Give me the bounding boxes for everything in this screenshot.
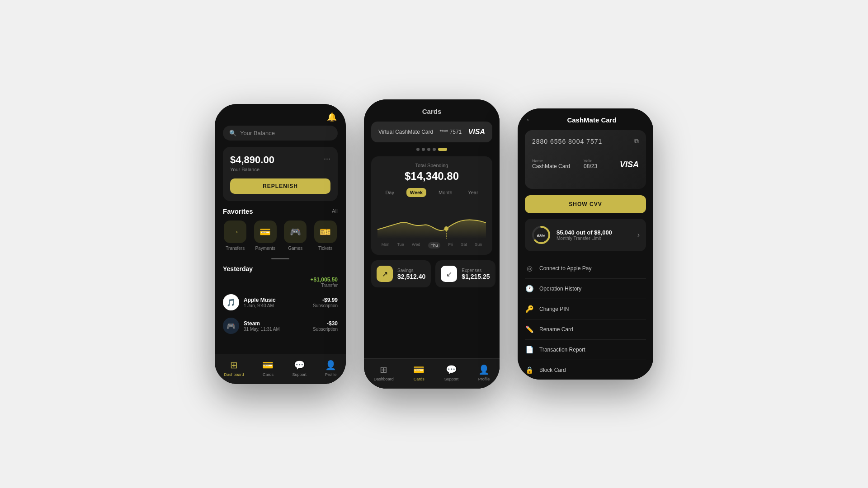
rename-icon: ✏️ — [525, 325, 534, 333]
label-sun: Sun — [475, 242, 482, 249]
card-number-row: 2880 6556 8004 7571 ⧉ — [532, 137, 639, 145]
menu-change-pin[interactable]: 🔑 Change PIN — [525, 299, 646, 319]
apple-pay-label: Connect to Apple Pay — [539, 265, 591, 272]
menu-rename-card[interactable]: ✏️ Rename Card — [525, 319, 646, 340]
transfer-type: Transfer — [311, 283, 338, 288]
phone-1-screen: 🔔 🔍 Your Balance $4,890.00 ··· Your Bala… — [215, 104, 346, 384]
p2-dashboard-icon: ⊞ — [380, 364, 387, 375]
tab-month[interactable]: Month — [435, 188, 456, 197]
nav-dashboard[interactable]: ⊞ Dashboard — [224, 360, 244, 377]
apple-music-date: 1 Jun, 9:40 AM — [244, 303, 308, 308]
steam-name: Steam — [244, 320, 308, 327]
limit-label: Monthly Transfer Limit — [557, 236, 632, 241]
transfers-label: Transfers — [226, 246, 245, 251]
copy-icon[interactable]: ⧉ — [634, 137, 639, 145]
chart-labels: Mon Tue Wed Thu Fri Sat Sun — [377, 242, 486, 249]
steam-amount-container: -$30 Subscription — [313, 320, 338, 332]
dot-1 — [416, 148, 420, 151]
savings-label: Savings — [397, 268, 425, 273]
transaction-steam[interactable]: 🎮 Steam 31 May, 11:31 AM -$30 Subscripti… — [215, 314, 346, 338]
games-label: Games — [288, 246, 302, 251]
savings-card[interactable]: ↗ Savings $2,512.40 — [371, 260, 431, 287]
fav-transfers[interactable]: → Transfers — [224, 221, 246, 251]
all-link[interactable]: All — [332, 208, 338, 215]
nav-support[interactable]: 💬 Support — [292, 360, 307, 377]
p1-header: 🔔 — [215, 104, 346, 126]
back-button[interactable]: ← — [526, 116, 533, 124]
chevron-right-icon: › — [637, 231, 640, 239]
tickets-icon: 🎫 — [314, 221, 337, 243]
change-pin-label: Change PIN — [539, 306, 569, 312]
favorites-grid: → Transfers 💳 Payments 🎮 Games 🎫 Tickets — [215, 221, 346, 251]
p1-bottom-nav: ⊞ Dashboard 💳 Cards 💬 Support 👤 Profile — [215, 354, 346, 384]
p3-header: ← CashMate Card — [518, 108, 653, 130]
balance-card: $4,890.00 ··· Your Balance REPLENISH — [223, 147, 338, 201]
transfer-limit-card[interactable]: 63% $5,040 out of $8,000 Monthly Transfe… — [525, 219, 646, 251]
p2-support-label: Support — [444, 377, 459, 381]
search-bar[interactable]: 🔍 Your Balance — [223, 126, 338, 141]
card-name-field: Name CashMate Card — [532, 159, 570, 169]
steam-amount: -$30 — [313, 320, 338, 327]
fav-payments[interactable]: 💳 Payments — [254, 221, 277, 251]
replenish-button[interactable]: REPLENISH — [230, 178, 330, 194]
search-placeholder: Your Balance — [240, 130, 275, 136]
nav-cards[interactable]: 💳 Cards — [262, 360, 274, 377]
p2-profile-icon: 👤 — [478, 364, 490, 375]
expenses-info: Expenses $1,215.25 — [462, 268, 490, 280]
transfer-amount: +$1,005.50 — [311, 277, 338, 283]
apple-music-name: Apple Music — [244, 297, 308, 303]
p2-cards-label: Cards — [414, 377, 425, 381]
tab-year[interactable]: Year — [464, 188, 481, 197]
steam-info: Steam 31 May, 11:31 AM — [244, 320, 308, 332]
p2-nav-cards[interactable]: 💳 Cards — [413, 364, 425, 381]
svg-text:63%: 63% — [537, 234, 545, 238]
p3-title: CashMate Card — [538, 116, 645, 124]
dashboard-nav-label: Dashboard — [224, 372, 244, 377]
visa-logo: VISA — [468, 128, 485, 136]
cards-nav-icon: 💳 — [262, 360, 274, 371]
nav-profile[interactable]: 👤 Profile — [325, 360, 337, 377]
menu-apple-pay[interactable]: ◎ Connect to Apple Pay — [525, 258, 646, 279]
p2-profile-label: Profile — [478, 377, 490, 381]
tab-day[interactable]: Day — [382, 188, 398, 197]
search-icon: 🔍 — [229, 130, 236, 136]
report-icon: 📄 — [525, 346, 534, 354]
expenses-icon: ↙ — [441, 266, 457, 282]
p2-nav-profile[interactable]: 👤 Profile — [478, 364, 490, 381]
support-nav-label: Support — [292, 372, 307, 377]
dot-4 — [433, 148, 436, 151]
card-selector[interactable]: Virtual CashMate Card **** 7571 VISA — [371, 122, 492, 142]
steam-date: 31 May, 11:31 AM — [244, 327, 308, 332]
p2-nav-dashboard[interactable]: ⊞ Dashboard — [374, 364, 394, 381]
menu-transaction-report[interactable]: 📄 Transaction Report — [525, 340, 646, 360]
bell-icon[interactable]: 🔔 — [327, 112, 337, 122]
phone-3: ← CashMate Card 2880 6556 8004 7571 ⧉ Na… — [518, 108, 653, 380]
card-valid-field: Valid 08/23 — [584, 159, 597, 169]
menu-block-card[interactable]: 🔒 Block Card — [525, 360, 646, 380]
p2-nav-support[interactable]: 💬 Support — [444, 364, 459, 381]
transaction-apple-music[interactable]: 🎵 Apple Music 1 Jun, 9:40 AM -$9.99 Subs… — [215, 291, 346, 314]
card-visual: 2880 6556 8004 7571 ⧉ Name CashMate Card… — [525, 130, 646, 189]
p2-support-icon: 💬 — [446, 364, 457, 375]
tab-week[interactable]: Week — [406, 188, 427, 197]
show-cvv-button[interactable]: SHOW CVV — [525, 195, 646, 213]
fav-tickets[interactable]: 🎫 Tickets — [314, 221, 337, 251]
stats-row: ↗ Savings $2,512.40 ↙ Expenses $1,215.25 — [371, 260, 492, 287]
fav-games[interactable]: 🎮 Games — [284, 221, 307, 251]
yesterday-header: Yesterday — [215, 265, 346, 277]
expenses-card[interactable]: ↙ Expenses $1,215.25 — [435, 260, 495, 287]
phone-2-screen: Cards Virtual CashMate Card **** 7571 VI… — [364, 99, 500, 389]
balance-amount: $4,890.00 — [230, 154, 274, 166]
period-tabs: Day Week Month Year — [377, 188, 486, 197]
apple-music-sub: Subscription — [313, 303, 338, 308]
profile-nav-label: Profile — [325, 372, 337, 377]
full-card-number: 2880 6556 8004 7571 — [532, 138, 602, 145]
cards-nav-label: Cards — [263, 372, 274, 377]
more-options-icon[interactable]: ··· — [324, 154, 330, 164]
menu-operation-history[interactable]: 🕐 Operation History — [525, 279, 646, 299]
balance-label: Your Balance — [230, 167, 330, 172]
transaction-header: +$1,005.50 Transfer — [215, 277, 346, 291]
label-mon: Mon — [382, 242, 390, 249]
favorites-header: Favorites All — [215, 207, 346, 221]
card-meta-left: Name CashMate Card Valid 08/23 — [532, 159, 597, 169]
